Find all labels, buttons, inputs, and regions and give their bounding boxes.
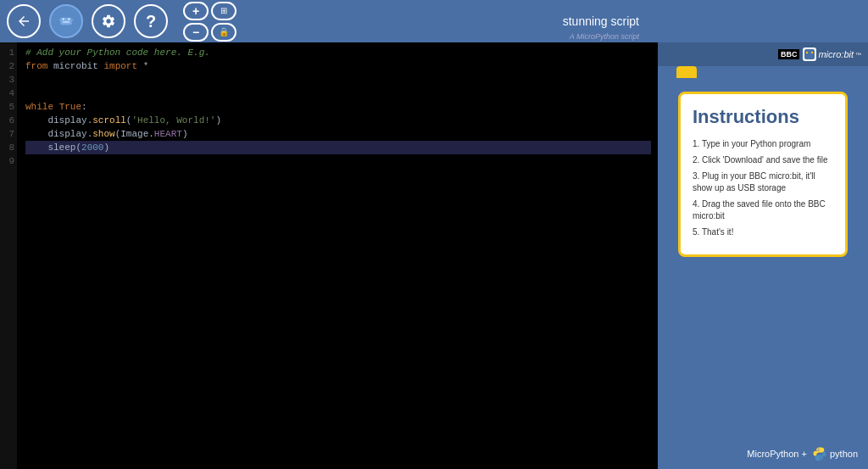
toolbar-left: BACK SETTINGS: [7, 2, 236, 42]
line-num-6: 6: [0, 114, 17, 127]
settings-button[interactable]: [92, 4, 125, 38]
line-num-4: 4: [0, 87, 17, 100]
micropython-footer-text: MicroPython +: [747, 449, 807, 459]
code-line-8: sleep(2000): [25, 141, 651, 154]
python-logo: python: [812, 446, 858, 461]
microbit-logo: micro:bit™: [803, 47, 861, 61]
right-panel: BBC micro:bit™ Instructions: [658, 42, 868, 469]
micropython-note: A MicroPython script: [570, 32, 639, 41]
step-5: 5. That's it!: [693, 226, 833, 238]
instructions-title: Instructions: [693, 106, 833, 128]
main-content: 1 2 3 4 5 6 7 8 9 # Add your Python code…: [0, 42, 868, 469]
instructions-tab: [676, 66, 697, 78]
instructions-container: Instructions 1. Type in your Python prog…: [668, 78, 858, 427]
script-name: stunning script: [563, 14, 639, 28]
instructions-list: 1. Type in your Python program 2. Click …: [693, 138, 833, 238]
svg-point-2: [68, 19, 70, 20]
python-icon: [812, 446, 827, 461]
line-num-8: 8: [0, 141, 17, 154]
right-panel-header: BBC micro:bit™: [658, 42, 868, 66]
code-line-1: # Add your Python code here. E.g.: [25, 46, 651, 59]
step-3: 3. Plug in your BBC micro:bit, it'll sho…: [693, 170, 833, 194]
step-1: 1. Type in your Python program: [693, 138, 833, 150]
code-line-9: [25, 154, 651, 168]
microbit-text: micro:bit: [818, 49, 854, 59]
zoom-lock-button[interactable]: 🔒: [211, 23, 236, 42]
back-button[interactable]: [7, 4, 41, 38]
zoom-in-button[interactable]: +: [183, 2, 209, 20]
line-num-9: 9: [0, 154, 17, 168]
python-text: python: [830, 449, 858, 459]
line-num-2: 2: [0, 59, 17, 73]
zoom-out-button[interactable]: −: [183, 23, 209, 42]
bbc-logo: BBC micro:bit™: [778, 47, 861, 61]
code-line-2: from microbit import *: [25, 59, 651, 73]
toolbar: BACK SETTINGS: [0, 0, 868, 42]
trademark: ™: [855, 52, 861, 58]
microbit-button[interactable]: [49, 4, 83, 38]
svg-rect-5: [72, 20, 74, 21]
step-4: 4. Drag the saved file onto the BBC micr…: [693, 198, 833, 222]
svg-point-7: [806, 52, 808, 53]
help-button[interactable]: ?: [134, 4, 168, 38]
svg-point-8: [811, 52, 813, 53]
code-editor[interactable]: 1 2 3 4 5 6 7 8 9 # Add your Python code…: [0, 42, 658, 469]
code-line-7: display.show(Image.HEART): [25, 127, 651, 141]
line-num-7: 7: [0, 127, 17, 141]
line-num-5: 5: [0, 100, 17, 114]
svg-rect-4: [59, 20, 61, 21]
code-content[interactable]: # Add your Python code here. E.g. from m…: [19, 42, 658, 469]
svg-point-1: [63, 19, 64, 20]
line-num-1: 1: [0, 46, 17, 59]
zoom-controls: + ⊞ − 🔒: [183, 2, 236, 42]
code-line-5: while True:: [25, 100, 651, 114]
code-line-3: [25, 73, 651, 87]
instructions-card: Instructions 1. Type in your Python prog…: [678, 92, 848, 257]
line-num-3: 3: [0, 73, 17, 87]
step-2: 2. Click 'Download' and save the file: [693, 154, 833, 166]
zoom-fullscreen-button[interactable]: ⊞: [211, 2, 236, 20]
code-line-6: display.scroll('Hello, World!'): [25, 114, 651, 127]
line-numbers: 1 2 3 4 5 6 7 8 9: [0, 42, 17, 469]
svg-rect-6: [804, 49, 815, 59]
svg-rect-3: [63, 21, 70, 23]
bbc-text: BBC: [778, 49, 800, 59]
microbit-icon: [803, 47, 816, 61]
right-panel-footer: MicroPython + python: [658, 438, 868, 469]
code-line-4: [25, 87, 651, 100]
